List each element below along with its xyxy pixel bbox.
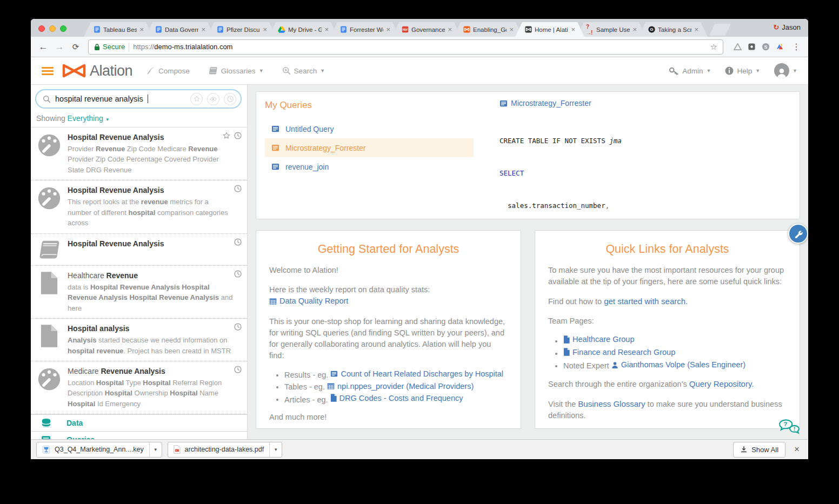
tab-home-alation-active[interactable]: Home | Alati <box>515 22 584 37</box>
new-tab-button[interactable] <box>709 24 731 36</box>
clock-icon[interactable] <box>234 366 242 373</box>
google-doc-icon <box>93 26 101 33</box>
download-options-button[interactable] <box>149 442 162 457</box>
query-repository-line: Search through the entire organization's… <box>548 378 787 390</box>
tab-my-drive[interactable]: My Drive - G <box>269 22 338 37</box>
dark-square-extension-icon[interactable] <box>747 42 756 51</box>
browser-profile[interactable]: Jason <box>773 23 801 31</box>
close-tab-icon[interactable] <box>571 26 575 33</box>
query-preview-link[interactable]: Microstrategy_Forrester <box>500 99 794 107</box>
tab-sample-use[interactable]: Sample Use <box>577 22 646 37</box>
sidebar-item-data[interactable]: Data <box>31 414 247 431</box>
watched-filter-icon[interactable] <box>207 93 219 105</box>
bookmark-star-icon[interactable] <box>710 42 717 52</box>
search-result[interactable]: Hospital Revenue Analysis <box>31 234 247 266</box>
close-tab-icon[interactable] <box>201 26 205 33</box>
star-icon[interactable] <box>223 132 230 139</box>
show-all-downloads-button[interactable]: Show All <box>733 442 785 458</box>
back-button[interactable] <box>36 40 50 54</box>
user-menu[interactable] <box>774 63 797 78</box>
brand-name: Alation <box>90 63 132 79</box>
close-tab-icon[interactable] <box>139 26 144 33</box>
articles-example-link[interactable]: DRG Codes - Costs and Frequency <box>330 394 463 402</box>
chevron-down-icon <box>274 447 278 452</box>
search-result[interactable]: Medicare Revenue Analysis Location Hospi… <box>31 361 247 414</box>
s-extension-icon[interactable] <box>761 42 770 51</box>
showing-filter-value[interactable]: Everything <box>68 114 103 123</box>
tab-governance-pdf[interactable]: Governance_ <box>392 22 461 37</box>
secure-indicator[interactable]: Secure <box>94 43 125 51</box>
clock-icon[interactable] <box>234 238 242 246</box>
search-result[interactable]: Hospital Revenue Analysis Provider Reven… <box>31 127 247 180</box>
get-started-with-search-link[interactable]: get started with search. <box>604 297 688 306</box>
close-tab-icon[interactable] <box>632 26 637 33</box>
results-example-link[interactable]: Count of Heart Related Discharges by Hos… <box>330 369 503 378</box>
close-tab-icon[interactable] <box>386 26 390 33</box>
hamburger-menu-icon[interactable] <box>42 67 54 75</box>
search-menu[interactable]: Search <box>282 66 325 75</box>
query-item-untitled[interactable]: Untitled Query <box>265 119 474 138</box>
showing-filter: Showing Everything <box>31 109 247 127</box>
business-glossary-link[interactable]: Business Glossary <box>578 399 645 408</box>
glossaries-menu[interactable]: Glossaries <box>208 66 264 75</box>
query-item-microstrategy-forrester[interactable]: Microstrategy_Forrester <box>265 138 474 157</box>
recent-filter-icon[interactable] <box>224 93 236 105</box>
clock-icon[interactable] <box>234 270 242 278</box>
search-result[interactable]: Healthcare Revenue data is Hospital Reve… <box>31 266 247 319</box>
healthcare-group-link[interactable]: Healthcare Group <box>563 335 634 344</box>
finance-research-group-link[interactable]: Finance and Research Group <box>563 348 675 357</box>
search-input[interactable]: hospital revenue analysis <box>35 89 242 109</box>
tab-pfizer[interactable]: Pfizer Discu <box>207 22 276 37</box>
sidebar-item-queries[interactable]: Queries <box>31 431 247 439</box>
panel-title: Quick Links for Analysts <box>548 243 787 256</box>
query-card-icon <box>271 125 279 133</box>
close-window-button[interactable] <box>38 25 45 32</box>
sql-line: CREATE TABLE IF NOT EXISTS jma <box>500 136 794 146</box>
data-quality-report-link[interactable]: Data Quality Report <box>269 295 348 307</box>
close-download-bar-icon[interactable] <box>791 444 803 455</box>
query-item-revenue-join[interactable]: revenue_join <box>265 157 474 176</box>
download-item-pdf[interactable]: architecting-data-lakes.pdf <box>168 442 283 458</box>
forward-button[interactable] <box>52 40 66 54</box>
edit-panel-button[interactable] <box>788 224 808 244</box>
app-header: Alation Compose Glossaries Search <box>31 57 808 85</box>
close-tab-icon[interactable] <box>694 26 698 33</box>
address-bar[interactable]: Secure https://demo-ms.trialalation.com <box>88 39 723 55</box>
tab-label: Sample Use <box>596 26 630 33</box>
reload-button[interactable] <box>69 40 83 54</box>
fullscreen-window-button[interactable] <box>60 25 66 32</box>
download-options-button[interactable] <box>269 442 282 457</box>
compose-button[interactable]: Compose <box>147 66 190 75</box>
chevron-down-icon[interactable] <box>105 117 110 122</box>
minimize-window-button[interactable] <box>49 25 56 32</box>
admin-menu[interactable]: Admin <box>669 66 711 76</box>
clock-icon[interactable] <box>234 323 242 331</box>
close-tab-icon[interactable] <box>509 26 514 33</box>
tab-taking-screenshot[interactable]: Taking a Scr <box>638 22 708 37</box>
tab-tableau[interactable]: Tableau Bes <box>84 22 153 37</box>
starred-filter-icon[interactable] <box>190 93 203 105</box>
colorful-extension-icon[interactable] <box>775 42 784 51</box>
tab-forrester[interactable]: Forrester We <box>330 22 399 37</box>
noted-expert-link[interactable]: Gianthomas Volpe (Sales Engineer) <box>611 360 746 369</box>
search-result[interactable]: Hospital analysis Analysis started becau… <box>31 319 247 361</box>
close-tab-icon[interactable] <box>263 26 267 33</box>
search-result[interactable]: Hospital Revenue Analysis This report lo… <box>31 180 247 233</box>
close-tab-icon[interactable] <box>448 26 452 33</box>
browser-menu-icon[interactable] <box>790 42 803 52</box>
clock-icon[interactable] <box>234 132 242 139</box>
tab-data-govern[interactable]: Data Govern <box>145 22 215 37</box>
tables-example-link[interactable]: npi.nppes_provider (Medical Providers) <box>327 382 474 391</box>
download-item-keynote[interactable]: Q3_Q4_Marketing_Ann....key <box>36 442 162 458</box>
alation-logo[interactable]: Alation <box>62 63 132 79</box>
clock-icon[interactable] <box>234 185 242 192</box>
feedback-chat-button[interactable] <box>778 419 801 438</box>
tab-enabling-go[interactable]: Enabling_Go <box>454 22 523 37</box>
help-menu[interactable]: Help <box>725 66 760 75</box>
close-tab-icon[interactable] <box>324 26 329 33</box>
report-icon <box>269 298 277 305</box>
query-repository-link[interactable]: Query Repository. <box>689 379 754 388</box>
drive-extension-icon[interactable] <box>733 42 742 51</box>
google-doc-icon <box>339 26 347 33</box>
chat-bubbles-icon <box>778 419 801 436</box>
